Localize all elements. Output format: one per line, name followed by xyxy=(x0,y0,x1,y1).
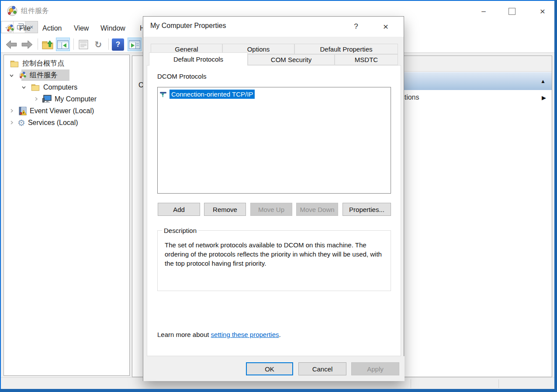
refresh-button[interactable]: ↻ xyxy=(92,38,105,51)
protocol-icon xyxy=(159,90,167,98)
window-border-right xyxy=(554,0,557,392)
window-maximize-button[interactable] xyxy=(503,5,521,17)
folder-up-icon xyxy=(42,39,53,50)
window-border-left xyxy=(0,0,1,392)
console-tree-panel-icon xyxy=(57,40,69,49)
tab-default-properties[interactable]: Default Properties xyxy=(294,44,398,54)
tree-item-services[interactable]: ⚙ Services (Local) xyxy=(9,117,78,128)
forward-button[interactable] xyxy=(20,38,34,51)
toolbar-separator xyxy=(73,38,74,50)
status-separator xyxy=(498,379,499,388)
tab-default-protocols[interactable]: Default Protocols xyxy=(149,52,248,66)
remove-button[interactable]: Remove xyxy=(204,203,246,216)
chevron-right-icon xyxy=(9,108,15,113)
tree-item-label: Event Viewer (Local) xyxy=(30,107,94,115)
window-close-button[interactable]: × xyxy=(533,5,552,17)
tree-item-event-viewer[interactable]: Event Viewer (Local) xyxy=(9,105,94,117)
ok-button[interactable]: OK xyxy=(246,362,293,375)
component-services-icon xyxy=(19,71,27,80)
description-text: The set of network protocols available t… xyxy=(165,240,387,268)
child-window-icon xyxy=(6,24,15,33)
toolbar-separator xyxy=(38,38,38,50)
dcom-protocols-label: DCOM Protocols xyxy=(157,73,207,80)
computer-icon xyxy=(42,95,52,103)
event-viewer-icon xyxy=(19,107,27,115)
tree-item-label: Computers xyxy=(43,83,77,91)
tree-item-label: 组件服务 xyxy=(30,71,58,80)
window-border-top xyxy=(0,0,557,1)
menu-action[interactable]: Action xyxy=(41,23,63,34)
tree-item-my-computer[interactable]: My Computer xyxy=(34,93,97,105)
services-gear-icon: ⚙ xyxy=(17,118,25,127)
window-title: 组件服务 xyxy=(21,7,49,16)
back-button[interactable] xyxy=(4,38,18,51)
console-tree-pane: 控制台根节点 组件服务 Computers xyxy=(3,55,130,376)
folder-icon xyxy=(10,60,19,67)
maximize-icon xyxy=(509,8,515,15)
help-icon: ? xyxy=(112,38,124,51)
learn-more-prefix: Learn more about xyxy=(157,331,211,338)
tree-item-computers[interactable]: Computers xyxy=(21,81,77,93)
tree-item-console-root[interactable]: 控制台根节点 xyxy=(10,58,64,69)
tree-item-component-services[interactable]: 组件服务 xyxy=(9,69,58,81)
forward-arrow-icon xyxy=(21,40,33,49)
dialog-close-button[interactable]: × xyxy=(379,21,392,32)
toggle-console-tree-button[interactable] xyxy=(56,38,70,51)
move-down-button[interactable]: Move Down xyxy=(296,203,338,216)
folder-icon xyxy=(31,84,40,91)
properties-button[interactable] xyxy=(77,38,90,51)
window-border-bottom xyxy=(0,389,557,392)
cancel-button[interactable]: Cancel xyxy=(298,362,346,375)
toolbar-separator xyxy=(108,38,109,50)
submenu-arrow-icon: ▶ xyxy=(542,94,546,101)
chevron-down-icon xyxy=(9,73,15,78)
help-button[interactable]: ? xyxy=(111,38,125,51)
up-one-level-button[interactable] xyxy=(41,38,54,51)
tab-com-security[interactable]: COM Security xyxy=(248,54,335,65)
default-protocols-page: DCOM Protocols Connection-oriented TCP/I… xyxy=(147,65,401,356)
apply-button[interactable]: Apply xyxy=(351,362,399,375)
dialog-footer: OK Cancel Apply xyxy=(143,356,405,381)
refresh-icon: ↻ xyxy=(95,40,102,49)
add-button[interactable]: Add xyxy=(158,203,200,216)
restore-icon xyxy=(17,25,22,29)
action-pane-panel-icon xyxy=(129,40,140,49)
chevron-right-icon xyxy=(9,120,15,125)
learn-more-line: Learn more about setting these propertie… xyxy=(157,331,281,338)
dialog-title-bar: My Computer Properties ? × xyxy=(143,17,404,37)
tree-item-label: Services (Local) xyxy=(28,119,78,127)
toggle-action-pane-button[interactable] xyxy=(128,38,142,51)
properties-icon xyxy=(78,40,89,49)
protocols-listbox[interactable]: Connection-oriented TCP/IP xyxy=(157,87,391,194)
tree-item-label: 控制台根节点 xyxy=(22,59,64,68)
my-computer-properties-dialog: My Computer Properties ? × General Optio… xyxy=(143,16,404,381)
learn-more-suffix: . xyxy=(279,331,281,338)
status-separator xyxy=(411,379,411,388)
dialog-title: My Computer Properties xyxy=(150,22,226,30)
tree-item-label: My Computer xyxy=(55,95,97,103)
chevron-right-icon xyxy=(34,97,40,101)
window-minimize-button[interactable]: – xyxy=(474,5,493,17)
chevron-down-icon xyxy=(21,85,28,90)
description-groupbox: Description The set of network protocols… xyxy=(157,230,391,291)
menu-view[interactable]: View xyxy=(72,23,90,34)
setting-properties-link[interactable]: setting these properties xyxy=(211,331,279,338)
description-legend: Description xyxy=(162,227,198,234)
app-logo-icon xyxy=(7,5,18,17)
dialog-help-button[interactable]: ? xyxy=(349,21,363,32)
collapse-icon[interactable]: ▲ xyxy=(540,78,546,84)
back-arrow-icon xyxy=(5,40,17,49)
protocol-name: Connection-oriented TCP/IP xyxy=(170,90,255,99)
move-up-button[interactable]: Move Up xyxy=(250,203,292,216)
tab-msdtc[interactable]: MSDTC xyxy=(335,54,398,65)
menu-window[interactable]: Window xyxy=(99,23,127,34)
protocol-list-item[interactable]: Connection-oriented TCP/IP xyxy=(159,90,255,99)
properties-button-dialog[interactable]: Properties... xyxy=(343,203,391,216)
